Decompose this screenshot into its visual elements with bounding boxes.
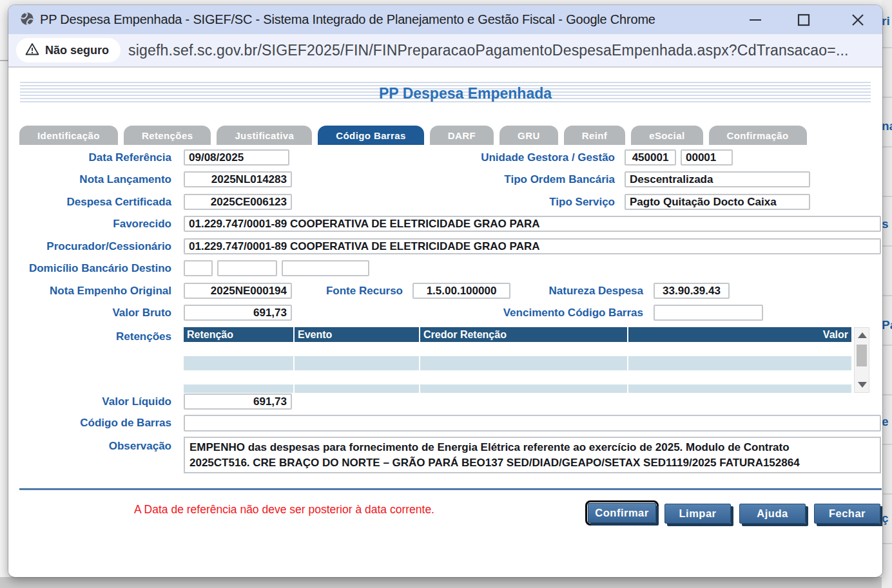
table-empty-cell <box>184 384 293 393</box>
input-unidade-gestora[interactable]: 450001 <box>625 149 676 166</box>
address-bar[interactable]: Não seguro sigefh.sef.sc.gov.br/SIGEF202… <box>8 34 882 68</box>
limpar-button[interactable]: Limpar <box>664 504 731 524</box>
url-text[interactable]: sigefh.sef.sc.gov.br/SIGEF2025/FIN/FINPr… <box>128 42 849 59</box>
field-label-nota-lancamento: Nota Lançamento <box>15 171 171 187</box>
field-label-despesa-certificada: Despesa Certificada <box>15 194 171 210</box>
table-empty-cell <box>628 356 851 370</box>
error-message: A Data de referência não deve ser poster… <box>134 503 434 517</box>
input-nota-empenho[interactable]: 2025NE000194 <box>184 283 292 299</box>
field-label-unidade-gestora: Unidade Gestora / Gestão <box>395 149 615 166</box>
maximize-button[interactable] <box>795 13 812 27</box>
field-label-procurador: Procurador/Cessionário <box>15 238 171 254</box>
ajuda-button[interactable]: Ajuda <box>739 504 806 524</box>
input-domicilio-conta[interactable] <box>282 260 369 276</box>
input-domicilio-banco[interactable] <box>184 260 213 276</box>
field-label-tipo-servico: Tipo Serviço <box>395 194 615 210</box>
field-label-valor-liquido: Valor Líquido <box>15 394 171 410</box>
tab-identificacao[interactable]: Identificação <box>19 126 118 145</box>
security-badge[interactable]: Não seguro <box>16 38 121 62</box>
tab-esocial[interactable]: eSocial <box>631 126 703 145</box>
input-data-referencia[interactable]: 09/08/2025 <box>184 149 289 166</box>
field-label-nota-empenho: Nota Empenho Original <box>15 283 171 299</box>
input-tipo-servico[interactable]: Pagto Quitação Docto Caixa <box>625 194 810 210</box>
field-label-data-referencia: Data Referência <box>15 149 171 166</box>
table-empty-cell <box>420 384 627 393</box>
input-fonte-recurso[interactable]: 1.5.00.100000 <box>412 283 510 299</box>
background-text-fragment: s <box>882 217 889 231</box>
field-label-domicilio-bancario: Domicílio Bancário Destino <box>15 260 171 276</box>
input-nota-lancamento[interactable]: 2025NL014283 <box>184 171 292 187</box>
background-line <box>0 60 9 61</box>
field-label-tipo-ordem-bancaria: Tipo Ordem Bancária <box>395 171 615 187</box>
input-domicilio-agencia[interactable] <box>217 260 277 276</box>
tab-bar: Identificação Retenções Justificativa Có… <box>19 126 807 145</box>
tab-darf[interactable]: DARF <box>430 126 494 145</box>
tab-codigo-barras[interactable]: Código Barras <box>318 126 424 145</box>
tab-justificativa[interactable]: Justificativa <box>217 126 312 145</box>
field-label-vencimento-codigo-barras: Vencimento Código Barras <box>460 305 643 321</box>
warning-icon <box>25 43 39 58</box>
input-observacao[interactable]: EMPENHO das despesas para fornecimento d… <box>184 437 881 473</box>
button-bar: Confirmar Limpar Ajuda Fechar <box>585 500 880 526</box>
favicon-globe-icon <box>20 12 34 28</box>
background-page-left <box>0 0 9 588</box>
input-codigo-barras[interactable] <box>184 415 881 432</box>
table-header-evento: Evento <box>295 327 419 342</box>
background-text-fragment: ç <box>882 511 889 526</box>
input-tipo-ordem-bancaria[interactable]: Descentralizada <box>625 171 810 187</box>
table-empty-cell <box>184 356 293 370</box>
table-header-valor: Valor <box>628 327 851 342</box>
table-scrollbar[interactable] <box>854 327 869 393</box>
field-label-natureza-despesa: Natureza Despesa <box>524 283 643 299</box>
background-page-bottom <box>0 577 892 588</box>
input-valor-bruto[interactable]: 691,73 <box>184 305 292 321</box>
table-empty-cell <box>295 356 419 370</box>
background-page-right: ri na s Pa e ç <box>882 0 892 588</box>
background-text-fragment: e <box>882 415 889 429</box>
scroll-up-icon[interactable] <box>858 332 867 338</box>
background-text-fragment: ri <box>882 14 890 28</box>
table-header-retencao: Retenção <box>184 327 293 342</box>
table-empty-cell <box>420 356 627 370</box>
security-label: Não seguro <box>45 44 109 57</box>
divider-line <box>19 488 882 490</box>
page-content: PP Despesa Empenhada Identificação Reten… <box>8 68 882 576</box>
table-empty-cell <box>628 384 851 393</box>
input-vencimento-codigo-barras[interactable] <box>654 305 763 321</box>
input-gestao[interactable]: 00001 <box>681 149 733 166</box>
field-label-fonte-recurso: Fonte Recurso <box>305 283 403 299</box>
tab-retencoes[interactable]: Retenções <box>124 126 211 145</box>
fechar-button[interactable]: Fechar <box>814 504 880 524</box>
scroll-down-icon[interactable] <box>858 382 867 388</box>
field-label-favorecido: Favorecido <box>15 216 171 232</box>
input-natureza-despesa[interactable]: 33.90.39.43 <box>654 283 730 299</box>
input-procurador[interactable]: 01.229.747/0001-89 COOPERATIVA DE ELETRI… <box>184 238 881 254</box>
minimize-button[interactable] <box>747 13 764 27</box>
background-text-fragment: na <box>882 119 892 133</box>
confirm-focus-ring: Confirmar <box>585 500 659 526</box>
background-text-fragment: Pa <box>882 318 892 332</box>
input-favorecido[interactable]: 01.229.747/0001-89 COOPERATIVA DE ELETRI… <box>184 216 881 232</box>
field-label-observacao: Observação <box>15 438 171 454</box>
confirmar-button[interactable]: Confirmar <box>588 503 656 523</box>
field-label-retencoes: Retenções <box>15 328 171 345</box>
table-header-credor-retencao: Credor Retenção <box>420 327 627 342</box>
window-titlebar[interactable]: PP Despesa Empenhada - SIGEF/SC - Sistem… <box>8 5 882 34</box>
window-title: PP Despesa Empenhada - SIGEF/SC - Sistem… <box>40 12 655 27</box>
input-despesa-certificada[interactable]: 2025CE006123 <box>184 194 292 210</box>
table-empty-cell <box>295 384 419 393</box>
field-label-codigo-barras: Código de Barras <box>15 415 171 431</box>
field-label-valor-bruto: Valor Bruto <box>15 305 171 321</box>
page-title: PP Despesa Empenhada <box>28 85 882 102</box>
tab-reinf[interactable]: Reinf <box>564 126 626 145</box>
tab-confirmacao[interactable]: Confirmação <box>709 126 807 145</box>
input-valor-liquido[interactable]: 691,73 <box>184 394 292 410</box>
close-button[interactable] <box>849 13 866 27</box>
tab-gru[interactable]: GRU <box>499 126 558 145</box>
popup-window: PP Despesa Empenhada - SIGEF/SC - Sistem… <box>8 5 882 577</box>
scrollbar-thumb[interactable] <box>857 345 867 366</box>
